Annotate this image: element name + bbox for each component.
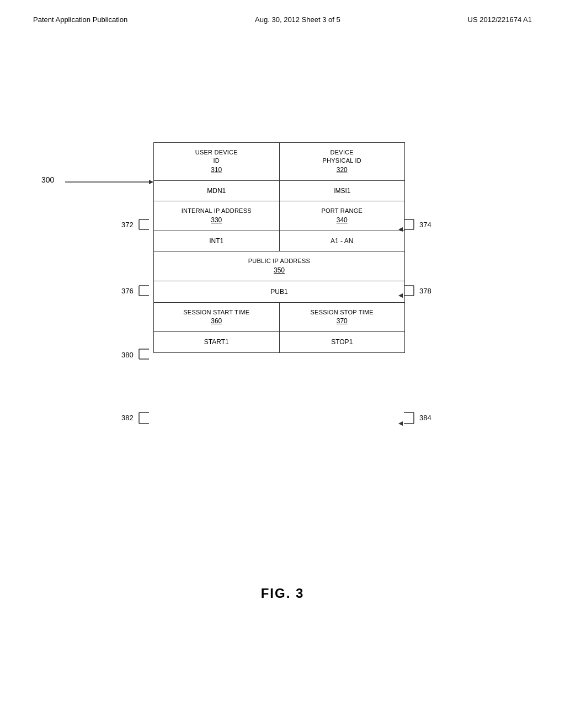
label-378: 378 (419, 287, 431, 295)
cell-stop1: STOP1 (280, 332, 405, 352)
header-row-2: INTERNAL IP ADDRESS 330 PORT RANGE 340 (154, 201, 404, 231)
header-date-sheet: Aug. 30, 2012 Sheet 3 of 5 (255, 15, 340, 24)
cell-public-ip-header: PUBLIC IP ADDRESS 350 (154, 251, 404, 280)
cell-session-start-header: SESSION START TIME 360 (154, 303, 280, 331)
data-table: USER DEVICEID 310 DEVICEPHYSICAL ID 320 … (153, 142, 405, 353)
header-row-3: PUBLIC IP ADDRESS 350 (154, 251, 404, 281)
header-row-1: USER DEVICEID 310 DEVICEPHYSICAL ID 320 (154, 143, 404, 181)
cell-device-physical-id-header: DEVICEPHYSICAL ID 320 (280, 143, 405, 180)
label-382: 382 (121, 414, 134, 422)
header-publication-label: Patent Application Publication (33, 15, 127, 24)
label-384: 384 (419, 414, 431, 422)
cell-imsi1: IMSI1 (280, 181, 405, 201)
cell-session-stop-header: SESSION STOP TIME 370 (280, 303, 405, 331)
cell-a1-an: A1 - AN (280, 231, 405, 251)
label-376: 376 (121, 287, 134, 295)
label-380: 380 (121, 351, 134, 359)
diagram-label-300: 300 (41, 175, 54, 184)
figure-caption: FIG. 3 (0, 586, 565, 601)
data-row-1: MDN1 IMSI1 (154, 181, 404, 202)
header-row-4: SESSION START TIME 360 SESSION STOP TIME… (154, 303, 404, 332)
cell-int1: INT1 (154, 231, 280, 251)
cell-mdn1: MDN1 (154, 181, 280, 201)
data-row-3: PUB1 (154, 281, 404, 303)
cell-internal-ip-header: INTERNAL IP ADDRESS 330 (154, 201, 280, 230)
cell-user-device-id-header: USER DEVICEID 310 (154, 143, 280, 180)
cell-pub1: PUB1 (154, 281, 404, 302)
data-row-2: INT1 A1 - AN (154, 231, 404, 252)
header-patent-number: US 2012/221674 A1 (468, 15, 532, 24)
cell-port-range-header: PORT RANGE 340 (280, 201, 405, 230)
cell-start1: START1 (154, 332, 280, 352)
svg-marker-1 (149, 180, 153, 184)
label-374: 374 (419, 221, 431, 229)
label-372: 372 (121, 221, 134, 229)
svg-marker-25 (398, 421, 403, 426)
data-row-4: START1 STOP1 (154, 332, 404, 352)
